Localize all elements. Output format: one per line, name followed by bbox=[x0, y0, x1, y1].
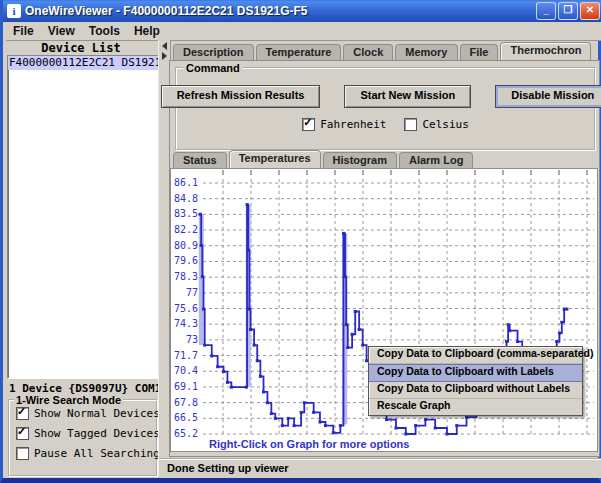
menuitem-copy-data-to-clipboard-comma-separated[interactable]: Copy Data to Clipboard (comma-separated) bbox=[369, 347, 582, 364]
tab-file[interactable]: File bbox=[460, 44, 499, 60]
expand-right-arrow-icon[interactable] bbox=[162, 52, 167, 60]
checkbox-show-tagged-devices[interactable] bbox=[16, 427, 29, 440]
command-buttons: Refresh Mission ResultsStart New Mission… bbox=[177, 85, 594, 108]
y-axis-tick: 73 bbox=[186, 334, 198, 345]
menu-bar: FileViewToolsHelp bbox=[6, 22, 601, 41]
y-axis-tick: 86.1 bbox=[174, 177, 198, 188]
app-window: i OneWireViewer - F4000000112E2C21 DS192… bbox=[0, 0, 601, 483]
y-axis-tick: 79.6 bbox=[174, 255, 198, 266]
disable-mission-button[interactable]: Disable Mission bbox=[495, 85, 601, 108]
device-list-item[interactable]: F4000000112E2C21 DS1921G-F5 bbox=[8, 56, 158, 70]
y-axis-tick: 65.2 bbox=[174, 428, 198, 439]
y-axis-tick: 67.8 bbox=[174, 397, 198, 408]
graph-context-menu: Copy Data to Clipboard (comma-separated)… bbox=[368, 346, 583, 416]
window-title: OneWireViewer - F4000000112E2C21 DS1921G… bbox=[25, 4, 536, 18]
command-group: Command Refresh Mission ResultsStart New… bbox=[175, 67, 596, 151]
unit-fahrenheit[interactable]: Fahrenheit bbox=[302, 116, 386, 132]
y-axis-tick: 71.7 bbox=[174, 350, 198, 361]
device-list[interactable]: F4000000112E2C21 DS1921G-F5 bbox=[7, 55, 159, 379]
sub-tab-bar: StatusTemperaturesHistogramAlarm Log bbox=[173, 152, 475, 168]
unit-checkboxes: FahrenheitCelsius bbox=[177, 116, 594, 132]
label-fahrenheit: Fahrenheit bbox=[320, 118, 386, 131]
tab-temperature[interactable]: Temperature bbox=[256, 44, 342, 60]
subtab-alarm-log[interactable]: Alarm Log bbox=[399, 152, 473, 168]
menu-tools[interactable]: Tools bbox=[82, 24, 127, 38]
collapse-left-arrow-icon[interactable] bbox=[162, 42, 167, 50]
status-bar: Done Setting up viewer bbox=[159, 458, 601, 478]
y-axis-tick: 74.3 bbox=[174, 318, 198, 329]
checkbox-celsius[interactable] bbox=[404, 118, 417, 131]
y-axis-tick: 82.2 bbox=[174, 224, 198, 235]
close-button[interactable]: ✕ bbox=[580, 2, 600, 20]
command-group-title: Command bbox=[183, 62, 243, 74]
label-show-normal-devices: Show Normal Devices bbox=[34, 407, 160, 420]
tab-description[interactable]: Description bbox=[173, 44, 254, 60]
graph-hint-text: Right-Click on Graph for more options bbox=[209, 438, 409, 450]
app-icon: i bbox=[7, 4, 21, 18]
menuitem-copy-data-to-clipboard-with-labels[interactable]: Copy Data to Clipboard with Labels bbox=[369, 364, 582, 382]
subtab-histogram[interactable]: Histogram bbox=[323, 152, 397, 168]
search-mode-options: Show Normal DevicesShow Tagged DevicesPa… bbox=[10, 403, 156, 463]
title-bar: i OneWireViewer - F4000000112E2C21 DS192… bbox=[3, 0, 601, 22]
device-list-header: Device List bbox=[6, 41, 156, 54]
menu-view[interactable]: View bbox=[41, 24, 82, 38]
tab-clock[interactable]: Clock bbox=[343, 44, 393, 60]
tab-thermochron[interactable]: Thermochron bbox=[500, 42, 591, 60]
y-axis-tick: 70.4 bbox=[174, 365, 198, 376]
y-axis-tick: 66.5 bbox=[174, 412, 198, 423]
option-show-tagged-devices[interactable]: Show Tagged Devices bbox=[10, 423, 156, 443]
label-show-tagged-devices: Show Tagged Devices bbox=[34, 427, 160, 440]
y-axis-tick: 75.6 bbox=[174, 303, 198, 314]
menu-file[interactable]: File bbox=[6, 24, 41, 38]
menu-help[interactable]: Help bbox=[127, 24, 167, 38]
menuitem-copy-data-to-clipboard-without-labels[interactable]: Copy Data to Clipboard without Labels bbox=[369, 382, 582, 399]
subtab-temperatures[interactable]: Temperatures bbox=[229, 150, 321, 168]
start-new-mission-button[interactable]: Start New Mission bbox=[344, 85, 471, 108]
option-show-normal-devices[interactable]: Show Normal Devices bbox=[10, 403, 156, 423]
y-axis-tick: 69.1 bbox=[174, 381, 198, 392]
maximize-button[interactable]: ❐ bbox=[558, 2, 578, 20]
label-celsius: Celsius bbox=[422, 118, 468, 131]
unit-celsius[interactable]: Celsius bbox=[404, 116, 468, 132]
refresh-mission-results-button[interactable]: Refresh Mission Results bbox=[161, 85, 321, 108]
y-axis-tick: 80.9 bbox=[174, 240, 198, 251]
search-mode-group: 1-Wire Search Mode Show Normal DevicesSh… bbox=[8, 399, 158, 477]
menuitem-rescale-graph[interactable]: Rescale Graph bbox=[369, 399, 582, 415]
label-pause-all-searching: Pause All Searching bbox=[34, 447, 160, 460]
y-axis-tick: 83.5 bbox=[174, 208, 198, 219]
checkbox-fahrenheit[interactable] bbox=[302, 118, 315, 131]
tab-memory[interactable]: Memory bbox=[395, 44, 457, 60]
y-axis-tick: 77 bbox=[186, 287, 198, 298]
search-mode-title: 1-Wire Search Mode bbox=[14, 394, 123, 406]
subtab-status[interactable]: Status bbox=[173, 152, 227, 168]
minimize-button[interactable]: _ bbox=[536, 2, 556, 20]
y-axis-tick: 78.3 bbox=[174, 271, 198, 282]
checkbox-pause-all-searching[interactable] bbox=[16, 447, 29, 460]
y-axis-tick: 84.8 bbox=[174, 193, 198, 204]
main-tab-bar: DescriptionTemperatureClockMemoryFileThe… bbox=[173, 43, 593, 60]
status-text: Done Setting up viewer bbox=[159, 460, 601, 474]
option-pause-all-searching[interactable]: Pause All Searching bbox=[10, 443, 156, 463]
checkbox-show-normal-devices[interactable] bbox=[16, 407, 29, 420]
